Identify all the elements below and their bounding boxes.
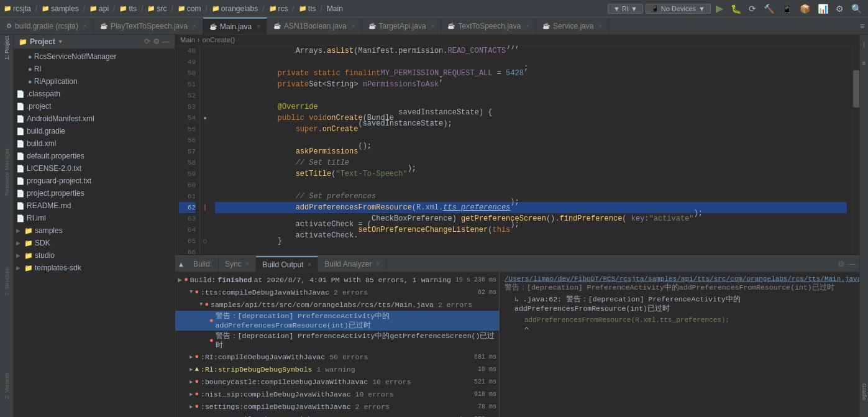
build-row-ri-strip[interactable]: ▶ ▲ :Rl:stripDebugDebugSymbols 1 warning… — [175, 363, 499, 375]
build-result-row[interactable]: ▶ ● Build: finished at 2020/8/7, 4:01 PM… — [175, 273, 499, 286]
tree-item-sdk[interactable]: ▶ 📁 SDK — [14, 237, 175, 249]
gear-icon[interactable]: ⚙ — [153, 37, 160, 46]
bottom-tab-build-output[interactable]: Build Output × — [256, 256, 318, 272]
activity-structure[interactable]: 2: Structure — [1, 267, 13, 310]
tab-close-build-analyzer[interactable]: × — [376, 260, 380, 267]
tab-close-build-output[interactable]: × — [308, 261, 312, 268]
breadcrumb-main[interactable]: Main — [327, 4, 343, 13]
bottom-tab-build-analyzer[interactable]: Build Analyzer × — [318, 256, 386, 272]
tab-asn1[interactable]: ☕ ASN1Boolean.java × — [267, 17, 362, 34]
tree-item-templatessdk[interactable]: ▶ 📁 templates-sdk — [14, 262, 175, 274]
breadcrumb-tts2[interactable]: 📁 tts — [299, 4, 316, 13]
sync-button[interactable]: ⟳ — [746, 2, 759, 15]
tree-item-projectprops[interactable]: 📄 project.properties — [14, 187, 175, 199]
tree-item-riapplication[interactable]: ● RiApplication — [14, 75, 175, 88]
code-content[interactable]: Arrays.asList(Manifest.permission.READ_C… — [210, 45, 852, 255]
mini-map-scroll[interactable] — [853, 70, 859, 108]
tab-overflow[interactable]: ≡ — [856, 22, 868, 30]
bottom-tab-build[interactable]: Build: — [187, 256, 219, 272]
build-row-settings[interactable]: ▶ ● :settings:compileDebugJavaWithJavac … — [175, 400, 499, 413]
tree-item-buildxml[interactable]: 📄 build.xml — [14, 137, 175, 150]
toggle-mainfile[interactable]: ▼ — [199, 301, 203, 308]
right-java-ref[interactable]: .java:62: — [841, 275, 859, 283]
tab-close-asn1[interactable]: × — [352, 22, 355, 29]
tab-service[interactable]: ☕ Service.java × — [536, 17, 609, 34]
tab-close-service[interactable]: × — [598, 22, 602, 29]
tab-close-main[interactable]: × — [257, 23, 260, 30]
avd-button[interactable]: 📱 — [779, 2, 795, 15]
gradle-button[interactable]: 🔨 — [761, 2, 777, 15]
breadcrumb-api[interactable]: 📁 api — [89, 4, 109, 13]
tree-item-androidmanifest[interactable]: 📄 AndroidManifest.xml — [14, 112, 175, 125]
tree-item-classpath[interactable]: 📄 .classpath — [14, 88, 175, 100]
no-devices-selector[interactable]: 📱 No Devices ▼ — [646, 4, 711, 14]
build-row-ri-compile[interactable]: ▶ ● :RI:compileDebugJavaWithJavac 50 err… — [175, 351, 499, 363]
build-row-tts-compile[interactable]: ▼ ● :tts:compileDebugJavaWithJavac 2 err… — [175, 286, 499, 298]
tree-item-ri[interactable]: ● RI — [14, 63, 175, 75]
activity-resource[interactable]: Resource Manager — [1, 148, 13, 204]
tree-item-proguard[interactable]: 📄 proguard-project.txt — [14, 175, 175, 187]
tree-item-license[interactable]: 📄 LICENSE-2.0.txt — [14, 162, 175, 175]
toggle-bouncy[interactable]: ▶ — [190, 378, 193, 385]
settings-build-icon[interactable]: ⚙ — [838, 259, 845, 268]
tree-item-riiml[interactable]: 📄 RI.iml — [14, 212, 175, 224]
tab-close-build-gradle[interactable]: × — [83, 22, 87, 29]
tree-item-rcsservicenotifmanager[interactable]: ● RcsServiceNotifManager — [14, 50, 175, 63]
run-button[interactable]: ▶ — [713, 1, 726, 16]
build-row-core[interactable]: ▶ ● :core:compileDebugJavaWithJavac 11 e… — [175, 413, 499, 417]
tree-item-samples[interactable]: ▶ 📁 samples — [14, 224, 175, 237]
tree-item-defaultprops[interactable]: 📄 default.properties — [14, 150, 175, 162]
debug-button[interactable]: 🐛 — [728, 2, 744, 15]
breadcrumb-com[interactable]: 📁 com — [178, 4, 201, 13]
build-output-left[interactable]: ▶ ● Build: finished at 2020/8/7, 4:01 PM… — [175, 272, 499, 417]
tree-item-project[interactable]: 📄 .project — [14, 100, 175, 112]
toggle-tts[interactable]: ▼ — [190, 289, 193, 295]
tree-item-buildgradle[interactable]: 📄 build.gradle — [14, 125, 175, 137]
search-button[interactable]: 🔍 — [849, 2, 864, 15]
breadcrumb-orangelabs[interactable]: 📁 orangelabs — [212, 4, 258, 13]
activity-variants[interactable]: Z: Variants — [1, 372, 13, 416]
close-build-icon[interactable]: — — [847, 259, 856, 268]
breadcrumb-src[interactable]: 📁 src — [147, 4, 167, 13]
tree-item-readme[interactable]: 📄 README.md — [14, 199, 175, 212]
toggle-nist[interactable]: ▶ — [190, 391, 193, 398]
build-row-warn1[interactable]: ● 警告：[deprecation] PreferenceActivity中的a… — [175, 311, 499, 331]
build-row-bouncy[interactable]: ▶ ● :bouncycastle:compileDebugJavaWithJa… — [175, 375, 499, 388]
build-row-nist-sip[interactable]: ▶ ● :nist_sip:compileDebugJavaWithJavac … — [175, 388, 499, 400]
tab-close-sync[interactable]: × — [246, 260, 250, 267]
tab-play-text[interactable]: ☕ PlayTextToSpeech.java × — [94, 17, 203, 34]
breadcrumb-rcs[interactable]: 📁 rcs — [269, 4, 288, 13]
tab-main-java[interactable]: ☕ Main.java × — [203, 17, 267, 34]
tab-build-gradle[interactable]: ⚙ build.gradle (rcsjta) × — [0, 17, 94, 34]
breadcrumb-rcsjta[interactable]: 📁 rcsjta — [4, 4, 31, 13]
breadcrumb-samples[interactable]: 📁 samples — [42, 4, 79, 13]
toggle-settings[interactable]: ▶ — [190, 403, 193, 410]
collapse-icon[interactable]: — — [162, 37, 170, 46]
sync-files-icon[interactable]: ⟳ — [144, 37, 150, 46]
breadcrumb-tts[interactable]: 📁 tts — [119, 4, 137, 13]
tab-close-tts[interactable]: × — [526, 22, 529, 29]
right-strip-btn1[interactable]: | — [863, 35, 865, 53]
right-strip-gradle[interactable]: Gradle — [861, 367, 867, 417]
tab-close-targetapi[interactable]: × — [431, 22, 435, 29]
tab-tts[interactable]: ☕ TextToSpeech.java × — [441, 17, 536, 34]
build-row-mainfile[interactable]: ▼ ● samples/api/tts/src/com/orangelabs/r… — [175, 298, 499, 311]
bottom-tab-sync[interactable]: Sync × — [219, 256, 257, 272]
toggle-ri[interactable]: ▶ — [190, 354, 193, 360]
activity-project[interactable]: 1: Project — [1, 36, 13, 86]
toggle-ri-strip[interactable]: ▶ — [190, 366, 193, 373]
tab-close-play[interactable]: × — [193, 22, 196, 29]
sdk-button[interactable]: 📦 — [797, 2, 813, 15]
ri-config-button[interactable]: ▼ RI ▼ — [608, 4, 643, 14]
build-row-warn2[interactable]: ● 警告：[deprecation] PreferenceActivity中的g… — [175, 331, 499, 351]
breadcrumb-main-file[interactable]: Main — [180, 36, 195, 44]
breadcrumb-method[interactable]: onCreate() — [203, 36, 235, 44]
settings-button[interactable]: ⚙ — [833, 2, 846, 15]
project-dropdown-icon[interactable]: ▼ — [58, 39, 63, 45]
tab-targetapi[interactable]: ☕ TargetApi.java × — [362, 17, 442, 34]
right-err-path[interactable]: /Users/limao/dev/FiboDT/RCS/rcsjta/sampl… — [505, 275, 841, 283]
tree-item-studio[interactable]: ▶ 📁 studio — [14, 249, 175, 262]
profiler-button[interactable]: 📊 — [815, 2, 831, 15]
expand-build-icon[interactable]: ▲ — [175, 260, 187, 268]
right-strip-btn2[interactable]: ≡ — [862, 53, 866, 72]
